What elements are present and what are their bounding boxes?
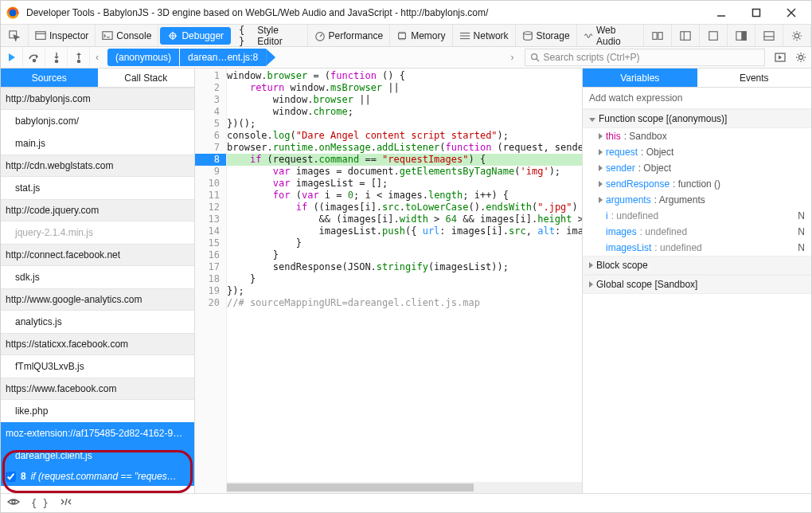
- firefox-icon: [6, 6, 20, 20]
- search-placeholder: Search scripts (Ctrl+P): [544, 52, 640, 63]
- source-file[interactable]: analytics.js: [1, 311, 194, 333]
- minimize-button[interactable]: [711, 5, 732, 21]
- source-group[interactable]: http://cdn.webglstats.com: [1, 155, 194, 177]
- resume-button[interactable]: [1, 47, 23, 68]
- scope-variable[interactable]: arguments: Arguments: [583, 192, 811, 208]
- source-group[interactable]: http://code.jquery.com: [1, 199, 194, 221]
- breakpoint-row[interactable]: 8 if (request.command == "reques…: [1, 467, 194, 486]
- source-file[interactable]: like.php: [1, 400, 194, 422]
- function-scope-header[interactable]: Function scope [(anonymous)]: [583, 109, 811, 128]
- svg-rect-28: [709, 31, 718, 40]
- watch-expression-input[interactable]: Add watch expression: [583, 88, 811, 109]
- devtools-toolbar: Inspector Console Debugger { }Style Edit…: [1, 25, 811, 47]
- code-editor[interactable]: window.browser = (function () { return w…: [227, 69, 582, 493]
- svg-point-35: [55, 61, 57, 63]
- scope-variable[interactable]: this: Sandbox: [583, 128, 811, 144]
- step-in-button[interactable]: [45, 47, 68, 68]
- tab-call-stack[interactable]: Call Stack: [98, 69, 195, 88]
- tab-web-audio[interactable]: Web Audio: [577, 25, 644, 46]
- svg-rect-3: [753, 9, 760, 16]
- source-file[interactable]: fTmlQU3LxvB.js: [1, 355, 194, 378]
- svg-rect-7: [36, 31, 45, 39]
- svg-point-36: [77, 61, 80, 63]
- sources-list[interactable]: http://babylonjs.combabylonjs.com/main.j…: [1, 88, 194, 493]
- svg-point-41: [12, 500, 15, 503]
- tab-storage[interactable]: Storage: [516, 25, 577, 46]
- tab-memory[interactable]: Memory: [390, 25, 452, 46]
- code-gutter[interactable]: 1234567891011121314151617181920: [195, 69, 227, 493]
- source-group[interactable]: https://www.facebook.com: [1, 378, 194, 400]
- toolbox-noautohide-icon[interactable]: [700, 25, 728, 46]
- debugger-settings-icon[interactable]: [791, 52, 811, 63]
- toolbox-panes-icon[interactable]: [644, 25, 672, 46]
- breadcrumb-arrow: [266, 49, 275, 66]
- status-bar: { }: [1, 493, 811, 512]
- source-group[interactable]: http://connect.facebook.net: [1, 244, 194, 266]
- svg-rect-26: [681, 31, 690, 40]
- toggle-panes-icon[interactable]: [770, 52, 791, 63]
- source-group[interactable]: http://www.google-analytics.com: [1, 288, 194, 311]
- source-file[interactable]: sdk.js: [1, 266, 194, 288]
- scope-variable[interactable]: imagesList: undefinedN: [583, 240, 811, 256]
- crumb-back[interactable]: ‹: [90, 52, 104, 63]
- crumb-forward[interactable]: ›: [506, 52, 520, 63]
- scope-variable[interactable]: request: Object: [583, 144, 811, 160]
- breakpoint-checkbox[interactable]: [6, 472, 16, 482]
- source-file[interactable]: babylonjs.com/: [1, 110, 194, 132]
- debugger-toolbar: ‹ (anonymous) darean…ent.js:8 › Search s…: [1, 47, 811, 69]
- pick-element-icon[interactable]: [1, 25, 29, 46]
- tab-events[interactable]: Events: [697, 69, 812, 88]
- scope-variable[interactable]: sendResponse: function (): [583, 176, 811, 192]
- source-file[interactable]: dareangel.client.js: [1, 444, 194, 467]
- step-over-button[interactable]: [23, 47, 45, 68]
- window-titlebar: Developer Tools - BabylonJS - 3D engine …: [1, 1, 811, 25]
- tab-performance[interactable]: Performance: [308, 25, 391, 46]
- scope-variable[interactable]: sender: Object: [583, 160, 811, 176]
- auto-pretty-icon[interactable]: [60, 497, 72, 509]
- tab-sources[interactable]: Sources: [1, 69, 98, 88]
- step-out-button[interactable]: [68, 47, 90, 68]
- svg-point-23: [523, 31, 532, 34]
- code-panel: 1234567891011121314151617181920 window.b…: [195, 69, 582, 493]
- global-scope-header[interactable]: Global scope [Sandbox]: [583, 275, 811, 294]
- svg-line-38: [536, 59, 538, 61]
- toolbox-split-icon[interactable]: [755, 25, 783, 46]
- horizontal-scrollbar[interactable]: [227, 482, 582, 493]
- scope-variable[interactable]: images: undefinedN: [583, 224, 811, 240]
- svg-rect-30: [742, 31, 746, 40]
- tab-debugger[interactable]: Debugger: [160, 27, 231, 45]
- svg-point-34: [33, 60, 35, 62]
- source-file[interactable]: stat.js: [1, 177, 194, 199]
- tab-console[interactable]: Console: [96, 25, 158, 46]
- toolbox-dock-icon[interactable]: [728, 25, 755, 46]
- sources-panel: Sources Call Stack http://babylonjs.comb…: [1, 69, 195, 493]
- eye-icon[interactable]: [7, 497, 20, 509]
- scope-variable[interactable]: i: undefinedN: [583, 208, 811, 224]
- breadcrumb-file[interactable]: darean…ent.js:8: [180, 49, 266, 66]
- source-group[interactable]: https://staticxx.facebook.com: [1, 333, 194, 355]
- search-input[interactable]: Search scripts (Ctrl+P): [525, 49, 765, 66]
- maximize-button[interactable]: [746, 5, 767, 21]
- tab-variables[interactable]: Variables: [583, 69, 697, 88]
- toolbox-frames-icon[interactable]: [672, 25, 700, 46]
- svg-rect-9: [103, 31, 112, 39]
- toolbox-options-icon[interactable]: [783, 25, 811, 46]
- svg-point-33: [794, 33, 798, 37]
- pretty-print-icon[interactable]: { }: [31, 498, 49, 509]
- source-file[interactable]: main.js: [1, 132, 194, 155]
- svg-rect-25: [658, 32, 662, 39]
- tab-network[interactable]: Network: [453, 25, 516, 46]
- source-group[interactable]: http://babylonjs.com: [1, 88, 194, 110]
- source-group[interactable]: moz-extension://af175485-2d82-4162-9…: [1, 422, 194, 444]
- scope-panel: Variables Events Add watch expression Fu…: [582, 69, 811, 493]
- breadcrumb-anon[interactable]: (anonymous): [107, 49, 179, 66]
- tab-style-editor[interactable]: { }Style Editor: [232, 25, 307, 46]
- window-title: Developer Tools - BabylonJS - 3D engine …: [26, 7, 711, 18]
- svg-rect-31: [764, 31, 774, 40]
- svg-rect-13: [399, 33, 406, 38]
- svg-rect-24: [653, 32, 657, 39]
- block-scope-header[interactable]: Block scope: [583, 256, 811, 275]
- source-file[interactable]: jquery-2.1.4.min.js: [1, 221, 194, 244]
- tab-inspector[interactable]: Inspector: [29, 25, 96, 46]
- close-button[interactable]: [781, 5, 802, 21]
